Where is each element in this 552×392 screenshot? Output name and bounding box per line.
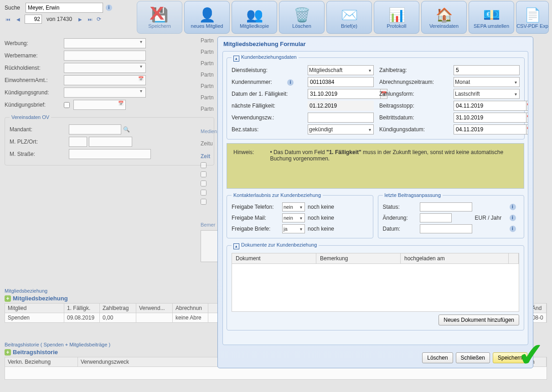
partner-label: Partn [201, 94, 214, 106]
aenderung-input[interactable] [420, 213, 452, 222]
partner-label: Partn [201, 106, 214, 117]
abrechnung-label: Abrechnungszeitraum: [379, 79, 448, 85]
modal-save-button[interactable]: Speichern [493, 352, 527, 363]
search-input[interactable] [26, 3, 103, 13]
section-legend: Kundenbeziehungsdaten [241, 54, 297, 60]
save-toolbar-button[interactable]: X 💾 Speichern [137, 1, 182, 34]
ort-input[interactable] [89, 137, 132, 147]
nav-prev-icon[interactable]: ◀ [15, 15, 22, 23]
kundennummer-input[interactable] [308, 77, 374, 87]
info-icon[interactable]: i [510, 215, 516, 221]
search-icon[interactable]: 🔍 [123, 126, 130, 133]
plz-input[interactable] [69, 137, 87, 147]
strasse-label: M. Straße: [10, 151, 69, 157]
media-checkbox[interactable] [201, 181, 206, 186]
werbername-input[interactable] [64, 51, 146, 61]
tel-note: noch keine [308, 204, 344, 210]
vereinsdaten-panel: Vereinsdaten OV Mandant:🔍 M. PLZ/Ort: M.… [5, 114, 214, 165]
collapse-toggle-icon[interactable]: ▴ [233, 56, 239, 62]
collapse-toggle-icon[interactable]: ▴ [233, 243, 239, 249]
plus-icon[interactable]: + [5, 349, 11, 356]
add-document-button[interactable]: Neues Dokument hinzufügen [439, 315, 519, 325]
datum-input[interactable] [420, 224, 472, 233]
bstopp-input[interactable] [454, 101, 526, 111]
media-checkbox[interactable] [201, 199, 206, 205]
mandant-input[interactable] [69, 124, 121, 134]
kbrief-checkbox[interactable] [64, 102, 70, 108]
mg-col: Verwend... [136, 304, 173, 313]
medien-legend: Medien [201, 129, 217, 134]
plus-icon[interactable]: + [5, 295, 11, 302]
documents-legend: Dokumente zur Kundenbeziehung [241, 242, 317, 248]
media-checkbox[interactable] [201, 190, 206, 196]
calendar-icon[interactable]: 📅 [526, 124, 528, 134]
aenderung-label: Änderung: [383, 215, 417, 221]
bh-col: Verkn. Beziehung [5, 357, 78, 366]
brief-select[interactable]: ja▾ [282, 224, 305, 233]
member-copy-label: Mitgliedkopie [240, 23, 269, 29]
info-icon[interactable]: i [106, 5, 112, 11]
bezstatus-label: Bez.status: [232, 126, 302, 133]
refresh-icon[interactable]: ⟳ [97, 16, 101, 22]
zahlungsform-select[interactable]: Lastschrift▾ [454, 89, 520, 99]
nav-first-icon[interactable]: ⏮ [5, 15, 12, 23]
zahlungsform-label: Zahlungsform: [379, 91, 448, 97]
kbrief-date[interactable]: 📅 [73, 100, 126, 110]
datum1f-input[interactable] [308, 89, 381, 99]
sepa-button[interactable]: 💶 SEPA umstellen [469, 1, 514, 34]
calendar-icon[interactable]: 📅 [526, 113, 528, 123]
media-checkbox[interactable] [201, 162, 206, 168]
toolbar: Suche i ⏮ ◀ von 17430 ▶ ⏭ ⟳ X 💾 Speicher… [0, 0, 552, 36]
status-input[interactable] [420, 202, 472, 211]
doc-col-name: Dokument [232, 253, 316, 263]
sepa-label: SEPA umstellen [474, 23, 509, 29]
new-member-button[interactable]: 👤 neues Mitglied [184, 1, 230, 34]
protocol-button[interactable]: 📊 Protokoll [374, 1, 419, 34]
kgrund-label: Kündigungsgrund: [5, 89, 64, 96]
info-icon[interactable]: i [510, 226, 516, 232]
member-copy-button[interactable]: 👥 Mitgliedkopie [232, 1, 277, 34]
zahlbetrag-input[interactable] [454, 65, 520, 75]
einwohner-date[interactable]: 📅 [64, 75, 146, 85]
record-position-input[interactable] [25, 15, 42, 24]
person-plus-icon: 👤 [199, 6, 216, 23]
kuendigung-input[interactable] [454, 124, 526, 134]
verwendung-input[interactable] [308, 113, 374, 123]
modal-footer: Löschen Schließen Speichern [218, 350, 533, 368]
dienstleistung-label: Dienstleistung: [232, 67, 302, 73]
envelope-icon: ✉️ [341, 6, 358, 23]
brief-note: noch keine [308, 226, 344, 232]
rueckhold-select[interactable]: ▾ [64, 63, 146, 73]
nav-next-icon[interactable]: ▶ [77, 15, 84, 23]
club-data-button[interactable]: 🏠 Vereinsdaten [421, 1, 467, 34]
mg-cell: 0,00 [100, 313, 136, 322]
mg-col: Abrechnun [173, 304, 208, 313]
bh-col: Verwendungszweck [78, 357, 219, 366]
media-checkbox[interactable] [201, 171, 206, 177]
club-data-label: Vereinsdaten [429, 23, 459, 29]
kgrund-select[interactable]: ▾ [64, 88, 146, 98]
abrechnung-select[interactable]: Monat▾ [454, 77, 520, 87]
beitritt-input[interactable] [454, 113, 526, 123]
documents-section: ▴Dokumente zur Kundenbeziehung Dokument … [227, 242, 524, 330]
mail-select[interactable]: nein▾ [282, 213, 305, 222]
mg-col: Mitglied [5, 304, 64, 313]
tel-select[interactable]: nein▾ [282, 202, 305, 211]
red-x-icon: X [150, 3, 164, 24]
bezstatus-select[interactable]: gekündigt▾ [308, 124, 374, 134]
kundenbeziehungsdaten-section: ▴Kundenbeziehungsdaten Dienstleistung: M… [227, 54, 525, 139]
partner-label: Partn [201, 49, 214, 60]
calendar-icon[interactable]: 📅 [526, 101, 528, 111]
mail-label: Freigabe Mail: [232, 215, 279, 221]
delete-toolbar-button[interactable]: 🗑️ Löschen [279, 1, 325, 34]
modal-close-button[interactable]: Schließen [456, 352, 490, 363]
info-icon[interactable]: i [287, 79, 294, 86]
strasse-input[interactable] [69, 149, 151, 159]
info-icon[interactable]: i [510, 204, 516, 210]
nav-last-icon[interactable]: ⏭ [87, 15, 94, 23]
werbung-select[interactable]: ▾ [64, 38, 146, 48]
csv-pdf-export-button[interactable]: 📄 CSV-PDF Exp [516, 1, 549, 34]
letters-button[interactable]: ✉️ Brief(e) [326, 1, 372, 34]
modal-delete-button[interactable]: Löschen [422, 352, 453, 363]
dienstleistung-select[interactable]: Mitgliedschaft▾ [308, 65, 374, 75]
